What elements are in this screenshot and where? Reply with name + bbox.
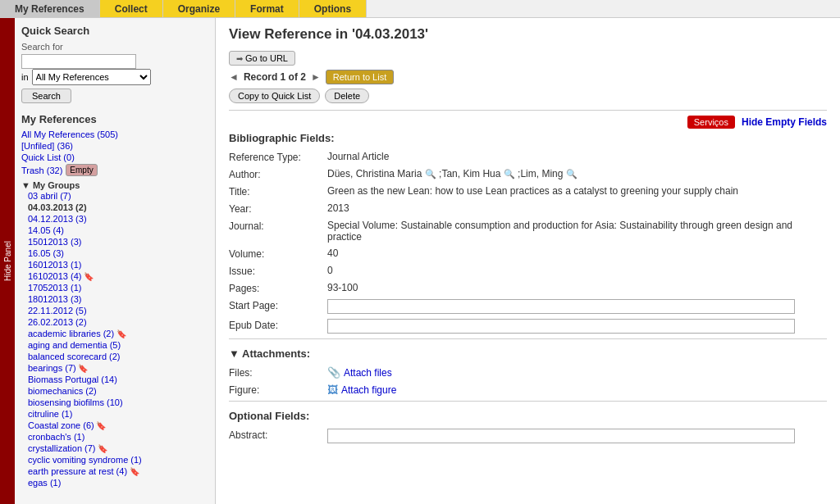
attach-files-link[interactable]: 📎 Attach files: [327, 366, 827, 379]
search-input[interactable]: [21, 54, 136, 69]
servicos-button[interactable]: Serviços: [687, 116, 735, 129]
title-value: Green as the new Lean: how to use Lean p…: [327, 185, 827, 197]
group-item[interactable]: 16102013 (4): [21, 270, 208, 282]
epub-date-input[interactable]: [327, 319, 795, 334]
group-item[interactable]: 14.05 (4): [21, 225, 208, 236]
group-item[interactable]: biosensing biofilms (10): [21, 397, 208, 408]
group-item[interactable]: bearings (7): [21, 362, 208, 374]
figure-row: Figure: 🖼 Attach figure: [229, 384, 827, 396]
author2-search-icon[interactable]: 🔍: [504, 169, 515, 179]
files-row: Files: 📎 Attach files: [229, 366, 827, 379]
author-value: Dües, Christina Maria 🔍 ;Tan, Kim Hua 🔍 …: [327, 168, 827, 179]
attachments-toggle[interactable]: ▼ Attachments:: [229, 347, 827, 360]
pages-label: Pages:: [229, 282, 327, 294]
author-text: Dües, Christina Maria: [327, 168, 425, 179]
author1-search-icon[interactable]: 🔍: [425, 169, 436, 179]
my-groups-toggle[interactable]: ▼ My Groups: [21, 180, 208, 190]
group-item[interactable]: 16012013 (1): [21, 259, 208, 270]
abstract-input[interactable]: [327, 429, 795, 443]
author3-search-icon[interactable]: 🔍: [566, 169, 578, 179]
attach-figure-link[interactable]: 🖼 Attach figure: [327, 384, 827, 396]
group-item[interactable]: 16.05 (3): [21, 247, 208, 259]
hide-panel-button[interactable]: Hide Panel: [0, 18, 15, 504]
volume-row: Volume: 40: [229, 247, 827, 260]
start-page-label: Start Page:: [229, 299, 327, 311]
author-sep1: ;Tan, Kim Hua: [439, 168, 504, 179]
group-item[interactable]: aging and dementia (5): [21, 339, 208, 351]
main-layout: Hide Panel Quick Search Search for in Al…: [0, 18, 840, 504]
author-row: Author: Dües, Christina Maria 🔍 ;Tan, Ki…: [229, 168, 827, 180]
quick-list-link[interactable]: Quick List (0): [21, 152, 208, 163]
group-item[interactable]: 17052013 (1): [21, 282, 208, 293]
group-item[interactable]: biomechanics (2): [21, 385, 208, 397]
bibliographic-fields-section: Bibliographic Fields: Reference Type: Jo…: [229, 132, 827, 334]
year-value: 2013: [327, 202, 827, 214]
group-item[interactable]: cyclic vomiting syndrome (1): [21, 454, 208, 465]
empty-trash-button[interactable]: Empty: [66, 164, 97, 176]
hide-empty-fields-link[interactable]: Hide Empty Fields: [742, 116, 827, 128]
journal-label: Journal:: [229, 220, 327, 232]
search-button[interactable]: Search: [21, 89, 71, 103]
nav-tab-options[interactable]: Options: [299, 0, 367, 17]
my-groups-section: ▼ My Groups 03 abril (7)04.03.2013 (2)04…: [21, 180, 208, 488]
group-item[interactable]: 18012013 (3): [21, 293, 208, 305]
group-item[interactable]: Coastal zone (6): [21, 420, 208, 431]
start-page-value: [327, 299, 827, 314]
action-row-3: Copy to Quick List Delete: [229, 89, 827, 103]
action-row-1: Go to URL: [229, 51, 827, 66]
group-item[interactable]: 04.12.2013 (3): [21, 213, 208, 225]
prev-record-arrow[interactable]: ◄: [229, 71, 239, 83]
trash-link[interactable]: Trash (32): [21, 166, 62, 175]
volume-label: Volume:: [229, 247, 327, 260]
group-item[interactable]: academic libraries (2): [21, 328, 208, 339]
attachments-content: Files: 📎 Attach files Figure: 🖼 Attach f…: [229, 366, 827, 396]
action-bar: Go to URL ◄ Record 1 of 2 ► Return to Li…: [229, 51, 827, 103]
group-item[interactable]: 15012013 (3): [21, 236, 208, 247]
bib-fields-title: Bibliographic Fields:: [229, 132, 827, 144]
delete-button[interactable]: Delete: [325, 89, 369, 103]
pages-value: 93-100: [327, 282, 827, 293]
nav-tab-my-references[interactable]: My References: [0, 0, 100, 17]
quick-search-title: Quick Search: [21, 25, 208, 37]
top-navigation: My References Collect Organize Format Op…: [0, 0, 840, 18]
group-item[interactable]: egas (1): [21, 477, 208, 488]
figure-label: Figure:: [229, 384, 327, 396]
go-to-url-button[interactable]: Go to URL: [229, 51, 295, 66]
group-item[interactable]: crystallization (7): [21, 443, 208, 454]
group-item[interactable]: Biomass Portugal (14): [21, 374, 208, 385]
epub-date-row: Epub Date:: [229, 319, 827, 334]
copy-to-quick-list-button[interactable]: Copy to Quick List: [229, 89, 320, 103]
unfiled-link[interactable]: [Unfiled] (36): [21, 140, 208, 152]
group-item[interactable]: earth pressure at rest (4): [21, 465, 208, 477]
group-item[interactable]: 22.11.2012 (5): [21, 305, 208, 316]
nav-tab-format[interactable]: Format: [235, 0, 299, 17]
group-item[interactable]: 04.03.2013 (2): [21, 202, 208, 213]
search-scope-dropdown[interactable]: All My References: [32, 69, 151, 85]
title-label: Title:: [229, 185, 327, 198]
search-in-row: in All My References: [21, 69, 208, 85]
start-page-input[interactable]: [327, 299, 795, 314]
reference-type-label: Reference Type:: [229, 151, 327, 163]
figure-icon: 🖼: [327, 384, 338, 396]
optional-fields-section: Optional Fields: Abstract:: [229, 410, 827, 443]
group-item[interactable]: 26.02.2013 (2): [21, 316, 208, 328]
next-record-arrow[interactable]: ►: [311, 71, 321, 83]
nav-tab-collect[interactable]: Collect: [100, 0, 163, 17]
group-item[interactable]: cronbach's (1): [21, 431, 208, 443]
author-sep2: ;Lim, Ming: [518, 168, 566, 179]
title-row: Title: Green as the new Lean: how to use…: [229, 185, 827, 198]
figure-value: 🖼 Attach figure: [327, 384, 827, 396]
epub-date-label: Epub Date:: [229, 319, 327, 331]
return-to-list-button[interactable]: Return to List: [326, 70, 394, 84]
files-label: Files:: [229, 366, 327, 379]
group-item[interactable]: citruline (1): [21, 408, 208, 420]
year-label: Year:: [229, 202, 327, 215]
group-item[interactable]: balanced scorecard (2): [21, 351, 208, 362]
files-value: 📎 Attach files: [327, 366, 827, 379]
nav-tab-organize[interactable]: Organize: [163, 0, 235, 17]
pages-row: Pages: 93-100: [229, 282, 827, 294]
all-my-references-link[interactable]: All My References (505): [21, 129, 208, 140]
group-item[interactable]: 03 abril (7): [21, 190, 208, 202]
divider-3: [229, 401, 827, 402]
my-references-title: My References: [21, 113, 208, 125]
